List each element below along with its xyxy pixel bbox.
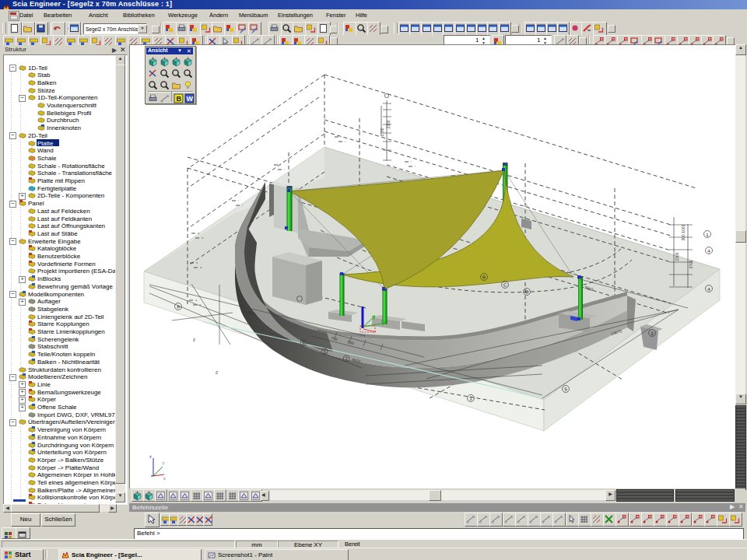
svg-text:B: B [177,95,182,103]
svg-text:4: 4 [707,249,710,254]
svg-text:Y: Y [162,461,165,466]
svg-text:3700: 3700 [689,260,693,268]
svg-text:2300: 2300 [386,120,391,128]
svg-text:0: 0 [216,370,218,375]
svg-text:0: 0 [193,338,195,342]
svg-text:3700: 3700 [380,128,384,136]
svg-text:x: x [163,476,166,481]
svg-text:z: z [149,454,152,459]
svg-text:1: 1 [706,233,709,237]
svg-text:W: W [187,95,194,103]
svg-text:2300: 2300 [675,252,679,261]
svg-text:300 1000: 300 1000 [681,224,686,240]
